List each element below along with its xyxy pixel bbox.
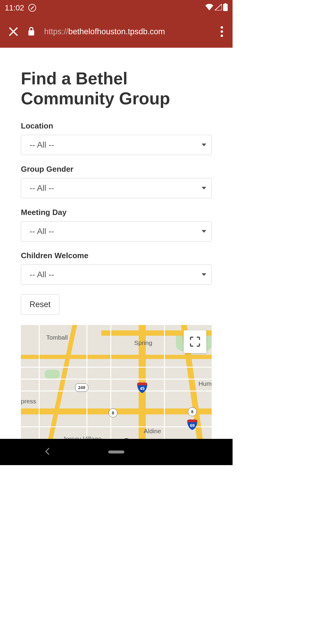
day-label: Meeting Day xyxy=(21,208,212,217)
map-road xyxy=(21,355,212,359)
gender-select-wrapper: -- All -- xyxy=(21,178,212,198)
form-group-children: Children Welcome -- All -- xyxy=(21,251,212,285)
children-select[interactable]: -- All -- xyxy=(21,264,212,285)
url-prefix: https:// xyxy=(44,27,68,36)
map[interactable]: Tomball Spring press Hum Aldine Jersey V… xyxy=(21,325,212,445)
home-handle[interactable] xyxy=(108,451,124,453)
map-highway-shield: 8 xyxy=(109,408,117,417)
map-road-minor xyxy=(39,325,40,445)
signal-icon xyxy=(215,4,222,12)
map-road-minor xyxy=(21,391,212,391)
page-title: Find a Bethel Community Group xyxy=(21,69,212,109)
map-interstate-shield: 45 xyxy=(137,382,147,393)
map-greenspace xyxy=(45,370,60,379)
do-not-disturb-icon xyxy=(28,4,36,12)
system-nav-bar xyxy=(0,439,233,465)
svg-text:69: 69 xyxy=(190,423,195,428)
close-icon[interactable] xyxy=(8,27,18,37)
svg-text:45: 45 xyxy=(140,386,145,391)
map-highway-shield: 8 xyxy=(188,407,197,416)
location-select[interactable]: -- All -- xyxy=(21,135,212,155)
location-label: Location xyxy=(21,121,212,131)
form-group-day: Meeting Day -- All -- xyxy=(21,208,212,242)
children-select-wrapper: -- All -- xyxy=(21,264,212,285)
lock-icon xyxy=(27,27,35,37)
page-content: Find a Bethel Community Group Location -… xyxy=(0,48,233,465)
day-select-wrapper: -- All -- xyxy=(21,221,212,242)
url-domain: bethelofhouston.tpsdb.com xyxy=(68,27,165,36)
svg-rect-0 xyxy=(223,4,227,11)
map-road-minor xyxy=(21,379,212,380)
more-menu-icon[interactable] xyxy=(219,25,224,38)
svg-rect-1 xyxy=(225,3,227,4)
status-right xyxy=(205,3,228,12)
reset-button[interactable]: Reset xyxy=(21,294,59,315)
map-interstate-shield: 69 xyxy=(187,419,197,430)
map-city-label: Tomball xyxy=(46,334,68,341)
map-highway-shield: 249 xyxy=(75,383,88,392)
status-bar: 11:02 xyxy=(0,0,233,16)
svg-rect-2 xyxy=(28,30,34,35)
wifi-icon xyxy=(205,4,213,12)
map-fullscreen-button[interactable] xyxy=(184,330,206,353)
fullscreen-icon xyxy=(190,336,200,347)
location-select-wrapper: -- All -- xyxy=(21,135,212,155)
gender-label: Group Gender xyxy=(21,165,212,174)
battery-icon xyxy=(223,3,228,12)
map-road-minor xyxy=(110,325,111,445)
form-group-location: Location -- All -- xyxy=(21,121,212,155)
map-city-label: Hum xyxy=(199,380,212,387)
status-left: 11:02 xyxy=(5,3,36,13)
map-road-minor xyxy=(164,325,165,445)
day-select[interactable]: -- All -- xyxy=(21,221,212,242)
url-display[interactable]: https://bethelofhouston.tpsdb.com xyxy=(44,27,210,36)
browser-bar: https://bethelofhouston.tpsdb.com xyxy=(0,16,233,48)
status-time: 11:02 xyxy=(5,3,24,13)
map-city-label: Aldine xyxy=(144,428,161,435)
back-icon[interactable] xyxy=(44,448,50,456)
gender-select[interactable]: -- All -- xyxy=(21,178,212,198)
map-city-label: Spring xyxy=(134,339,152,346)
form-group-gender: Group Gender -- All -- xyxy=(21,165,212,198)
map-road-minor xyxy=(21,426,212,427)
children-label: Children Welcome xyxy=(21,251,212,260)
map-city-label: press xyxy=(21,398,36,405)
map-road-minor xyxy=(21,367,212,368)
